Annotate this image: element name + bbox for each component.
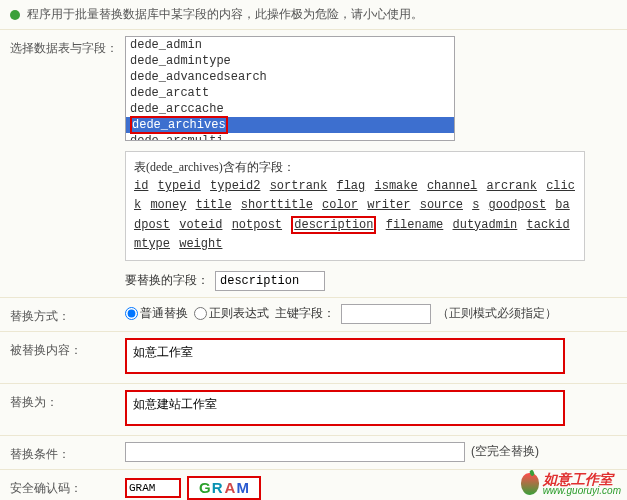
label-mode: 替换方式： xyxy=(10,304,125,325)
field-link[interactable]: sortrank xyxy=(270,179,328,193)
warning-text: 程序用于批量替换数据库中某字段的内容，此操作极为危险，请小心使用。 xyxy=(27,7,423,21)
fields-list: id typeid typeid2 sortrank flag ismake c… xyxy=(134,177,576,254)
field-link[interactable]: s xyxy=(472,198,479,212)
table-option[interactable]: dede_admintype xyxy=(126,53,454,69)
field-link[interactable]: tackid xyxy=(527,218,570,232)
safe-code-input[interactable] xyxy=(125,478,181,498)
field-input-label: 要替换的字段： xyxy=(125,272,209,289)
field-link[interactable]: ismake xyxy=(374,179,417,193)
radio-regex[interactable]: 正则表达式 xyxy=(194,305,269,322)
table-option[interactable]: dede_arcmulti xyxy=(126,133,454,141)
field-link[interactable]: color xyxy=(322,198,358,212)
replaced-content-input[interactable] xyxy=(125,338,565,374)
field-link[interactable]: writer xyxy=(367,198,410,212)
field-link[interactable]: goodpost xyxy=(489,198,547,212)
field-link[interactable]: money xyxy=(150,198,186,212)
row-mode: 替换方式： 普通替换 正则表达式 主键字段： （正则模式必须指定） xyxy=(0,297,627,331)
row-condition: 替换条件： (空完全替换) xyxy=(0,435,627,469)
field-link[interactable]: typeid2 xyxy=(210,179,260,193)
fields-title: 表(dede_archives)含有的字段： xyxy=(134,158,576,177)
radio-normal[interactable]: 普通替换 xyxy=(125,305,188,322)
key-input[interactable] xyxy=(341,304,431,324)
field-link[interactable]: voteid xyxy=(179,218,222,232)
row-replaced-content: 被替换内容： xyxy=(0,331,627,383)
field-link[interactable]: dutyadmin xyxy=(453,218,518,232)
fields-box: 表(dede_archives)含有的字段： id typeid typeid2… xyxy=(125,151,585,261)
field-input[interactable] xyxy=(215,271,325,291)
apple-icon xyxy=(521,473,539,495)
table-option[interactable]: dede_archives xyxy=(126,117,454,133)
condition-input[interactable] xyxy=(125,442,465,462)
field-link[interactable]: typeid xyxy=(158,179,201,193)
field-link[interactable]: mtype xyxy=(134,237,170,251)
label-select-table: 选择数据表与字段： xyxy=(10,36,125,57)
field-link[interactable]: arcrank xyxy=(487,179,537,193)
field-link[interactable]: weight xyxy=(179,237,222,251)
mode-hint: （正则模式必须指定） xyxy=(437,305,557,322)
label-replace-to: 替换为： xyxy=(10,390,125,411)
radio-normal-input[interactable] xyxy=(125,307,138,320)
row-replace-to: 替换为： xyxy=(0,383,627,435)
row-select-table: 选择数据表与字段： dede_admindede_admintypedede_a… xyxy=(0,29,627,297)
field-link[interactable]: id xyxy=(134,179,148,193)
label-replaced: 被替换内容： xyxy=(10,338,125,359)
watermark-title: 如意工作室 xyxy=(543,472,621,486)
field-link[interactable]: description xyxy=(291,216,376,234)
bullet-icon xyxy=(10,10,20,20)
watermark: 如意工作室 www.guoruyi.com xyxy=(521,472,621,496)
field-link[interactable]: shorttitle xyxy=(241,198,313,212)
label-safe: 安全确认码： xyxy=(10,476,125,497)
field-link[interactable]: source xyxy=(420,198,463,212)
key-label: 主键字段： xyxy=(275,305,335,322)
table-option[interactable]: dede_advancedsearch xyxy=(126,69,454,85)
field-link[interactable]: channel xyxy=(427,179,477,193)
table-option[interactable]: dede_admin xyxy=(126,37,454,53)
field-link[interactable]: title xyxy=(196,198,232,212)
condition-hint: (空完全替换) xyxy=(471,443,539,460)
table-listbox[interactable]: dede_admindede_admintypedede_advancedsea… xyxy=(125,36,455,141)
table-option[interactable]: dede_arcatt xyxy=(126,85,454,101)
label-condition: 替换条件： xyxy=(10,442,125,463)
warning-bar: 程序用于批量替换数据库中某字段的内容，此操作极为危险，请小心使用。 xyxy=(0,0,627,29)
radio-regex-input[interactable] xyxy=(194,307,207,320)
field-link[interactable]: flag xyxy=(336,179,365,193)
watermark-url: www.guoruyi.com xyxy=(543,486,621,496)
field-link[interactable]: filename xyxy=(386,218,444,232)
captcha-image: G R A M xyxy=(187,476,261,500)
field-link[interactable]: notpost xyxy=(232,218,282,232)
table-option[interactable]: dede_arccache xyxy=(126,101,454,117)
replace-to-input[interactable] xyxy=(125,390,565,426)
